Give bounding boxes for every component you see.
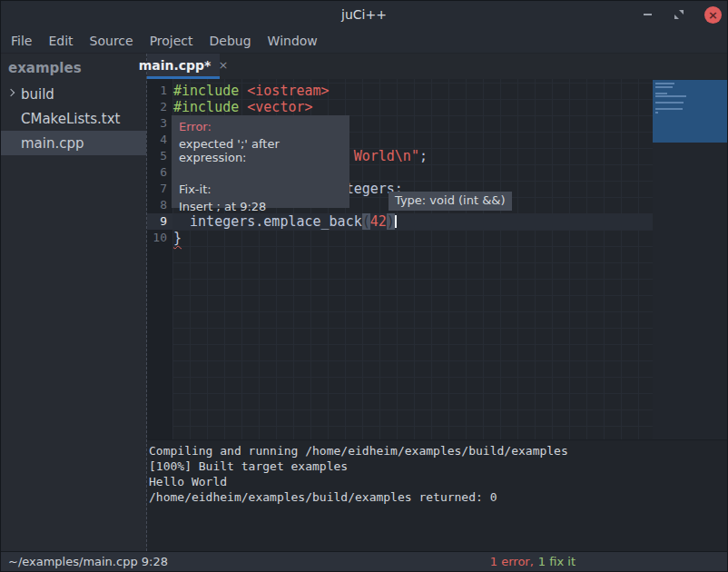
tab-main-cpp[interactable]: main.cpp* × xyxy=(147,54,220,79)
status-fixit-count: 1 fix it xyxy=(538,555,576,568)
titlebar: juCi++ × xyxy=(1,1,727,28)
code-segment: <vector> xyxy=(247,99,312,115)
menu-item-source[interactable]: Source xyxy=(82,30,142,52)
line-number: 9 xyxy=(147,213,172,230)
line-number: 7 xyxy=(147,181,172,197)
menu-item-debug[interactable]: Debug xyxy=(202,30,260,52)
terminal-line: /home/eidheim/examples/build/examples re… xyxy=(149,489,727,505)
file-tree-panel: examples buildCMakeLists.txtmain.cpp xyxy=(1,54,146,551)
minimap-line xyxy=(655,86,673,88)
chevron-right-icon[interactable] xyxy=(7,90,14,96)
code-segment: #include xyxy=(173,99,247,115)
code-line-2[interactable]: #include <vector> xyxy=(172,99,653,115)
close-icon: × xyxy=(708,9,718,21)
code-line-1[interactable]: #include <iostream> xyxy=(172,83,653,99)
terminal-line: [100%] Built target examples xyxy=(149,459,727,474)
minimap-line xyxy=(655,83,674,84)
code-line-9[interactable]: integers.emplace_back(42) xyxy=(172,213,653,230)
minimap[interactable] xyxy=(653,79,727,439)
content: examples buildCMakeLists.txtmain.cpp mai… xyxy=(1,54,727,551)
code-line-10[interactable]: } xyxy=(172,230,653,246)
line-number: 6 xyxy=(147,164,172,181)
error-tooltip-message: expected ';' after expression: xyxy=(179,137,342,164)
statusbar: ~/examples/main.cpp 9:28 1 error, 1 fix … xyxy=(1,551,727,571)
tabbar: main.cpp* × xyxy=(147,54,727,79)
fixit-title: Fix-it: xyxy=(179,182,342,196)
fixit-message: Insert ; at 9:28 xyxy=(179,200,342,213)
line-number: 1 xyxy=(147,83,172,99)
line-number: 8 xyxy=(147,197,172,213)
minimap-viewport[interactable] xyxy=(653,80,727,143)
text-cursor xyxy=(395,215,397,228)
tree-item-label: CMakeLists.txt xyxy=(21,111,120,127)
minimize-button[interactable] xyxy=(641,8,654,21)
line-number: 2 xyxy=(147,99,172,115)
tree-item-label: build xyxy=(21,86,54,103)
restore-icon xyxy=(674,10,684,19)
tree-item-main-cpp[interactable]: main.cpp xyxy=(1,131,146,155)
code-segment: ( xyxy=(362,213,370,230)
menu-item-project[interactable]: Project xyxy=(142,30,202,52)
tree-item-label: main.cpp xyxy=(21,135,84,152)
type-tooltip: Type: void (int &&) xyxy=(389,192,512,211)
menubar: FileEditSourceProjectDebugWindow xyxy=(1,28,727,54)
line-number: 3 xyxy=(147,115,172,132)
file-tree: buildCMakeLists.txtmain.cpp xyxy=(1,82,146,155)
terminal-output[interactable]: Compiling and running /home/eidheim/exam… xyxy=(147,439,727,551)
code-segment: 42 xyxy=(370,213,387,230)
menu-item-file[interactable]: File xyxy=(3,30,40,52)
code-segment: ; xyxy=(419,148,428,164)
minimap-line xyxy=(655,108,683,110)
source-editor[interactable]: 12345678910 #include <iostream>#include … xyxy=(147,79,727,439)
code-segment: #include xyxy=(173,83,247,99)
line-number: 10 xyxy=(147,230,172,246)
minimap-line xyxy=(655,102,684,104)
restore-button[interactable] xyxy=(673,8,685,21)
code-segment: <iostream> xyxy=(247,83,329,99)
status-error-count: 1 error, xyxy=(490,555,534,568)
line-number-gutter: 12345678910 xyxy=(147,79,172,439)
project-folder-label: examples xyxy=(1,54,146,82)
terminal-line: Hello World xyxy=(149,474,727,489)
window-controls: × xyxy=(641,1,722,28)
close-button[interactable]: × xyxy=(704,6,722,24)
editor-pane: main.cpp* × 12345678910 #include <iostre… xyxy=(146,54,727,551)
minimap-line xyxy=(655,95,686,97)
code-segment: ) xyxy=(387,213,395,230)
menu-item-edit[interactable]: Edit xyxy=(40,30,81,52)
tab-close-icon[interactable]: × xyxy=(218,59,228,71)
code-segment: integers.emplace_back xyxy=(173,213,362,230)
app-window: juCi++ × FileEditSourceProjectDebugWindo… xyxy=(0,0,728,572)
menu-item-window[interactable]: Window xyxy=(260,30,326,52)
status-file-location: ~/examples/main.cpp 9:28 xyxy=(1,555,168,568)
minimap-line xyxy=(655,112,658,113)
tree-item-build[interactable]: build xyxy=(1,82,146,106)
line-number: 5 xyxy=(147,148,172,164)
minimize-icon xyxy=(644,14,652,15)
window-title: juCi++ xyxy=(341,7,387,22)
minimap-line xyxy=(655,93,667,94)
error-tooltip-title: Error: xyxy=(179,120,342,133)
tab-label: main.cpp* xyxy=(139,58,212,73)
error-tooltip: Error: expected ';' after expression: Fi… xyxy=(172,115,349,208)
terminal-line: Compiling and running /home/eidheim/exam… xyxy=(149,443,727,459)
line-number: 4 xyxy=(147,132,172,148)
status-diagnostics: 1 error, 1 fix it xyxy=(490,552,576,571)
tree-item-cmakelists-txt[interactable]: CMakeLists.txt xyxy=(1,106,146,131)
code-segment: } xyxy=(173,230,182,246)
